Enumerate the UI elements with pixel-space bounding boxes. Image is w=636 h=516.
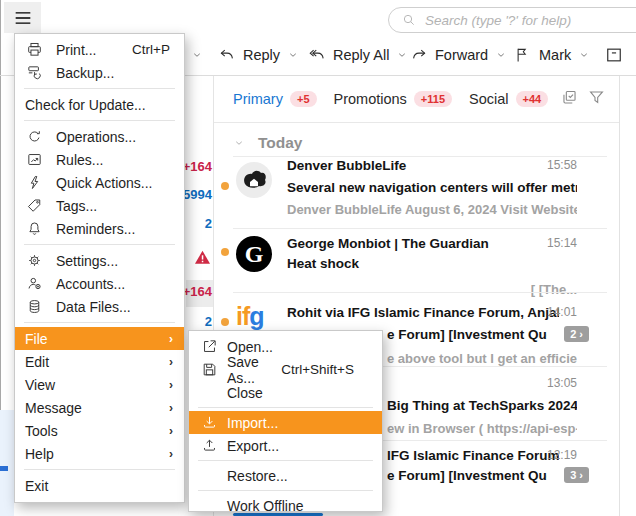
group-header-today[interactable]: Today <box>233 134 303 152</box>
mark-button[interactable]: Mark <box>514 36 590 74</box>
email-time: 15:14 <box>547 236 577 250</box>
menu-separator <box>24 120 175 121</box>
tab-promotions[interactable]: Promotions+115 <box>334 91 453 107</box>
menu-item-restore[interactable]: Restore... <box>189 464 382 487</box>
menu-item-quick-actions[interactable]: Quick Actions... <box>15 171 184 194</box>
chevron-right-icon: › <box>169 332 184 346</box>
menu-item-label: Work Offline <box>227 498 304 514</box>
menu-item-tags[interactable]: Tags... <box>15 194 184 217</box>
toolbar-button-label: Reply All <box>333 47 389 63</box>
user-icon <box>25 275 43 292</box>
chevron-down-icon <box>578 49 590 61</box>
menu-item-backup[interactable]: Backup... <box>15 61 184 84</box>
menu-item-label: Open... <box>227 339 273 355</box>
sender-avatar <box>236 162 272 198</box>
tab-unread-badge: +44 <box>516 91 549 107</box>
menu-item-label: Data Files... <box>56 299 131 315</box>
forward-button[interactable]: Forward <box>410 36 507 74</box>
hamburger-menu-button[interactable] <box>4 2 41 33</box>
menu-item-accounts[interactable]: Accounts... <box>15 272 184 295</box>
menu-item-help[interactable]: Help› <box>15 442 184 465</box>
reply-button[interactable]: Reply <box>218 36 299 74</box>
select-all-icon[interactable] <box>560 88 579 107</box>
divider <box>233 156 607 157</box>
search-icon <box>401 12 417 28</box>
menu-item-file[interactable]: File› <box>15 327 184 350</box>
folder-selection-remnant <box>0 410 14 516</box>
tab-unread-badge: +115 <box>414 91 452 107</box>
divider <box>233 292 607 293</box>
sync-icon <box>25 128 43 145</box>
menu-item-work-offline[interactable]: Work Offline <box>189 494 382 516</box>
menu-item-save-as[interactable]: Save As...Ctrl+Shift+S <box>189 358 382 381</box>
email-list-item[interactable]: Denver BubbleLife15:58Several new naviga… <box>214 158 619 228</box>
thread-count-badge: 3 › <box>564 467 589 483</box>
hidden-button-chevron[interactable] <box>191 36 203 74</box>
printer-icon <box>25 41 43 58</box>
app-menu: Print...Ctrl+PBackup...Check for Update.… <box>14 33 185 503</box>
menu-item-view[interactable]: View› <box>15 373 184 396</box>
file-submenu: Open...Save As...Ctrl+Shift+SCloseImport… <box>188 330 383 512</box>
reply-all-icon <box>308 46 326 64</box>
divider <box>233 228 607 229</box>
menu-item-check-for-update[interactable]: Check for Update... <box>15 93 184 116</box>
menu-item-label: Help <box>25 446 54 462</box>
reply-all-button[interactable]: Reply All <box>308 36 408 74</box>
email-preview: Denver BubbleLife August 6, 2024 Visit W… <box>287 202 577 217</box>
filter-icon[interactable] <box>587 88 606 107</box>
menu-item-label: Close <box>227 385 263 401</box>
menu-item-open[interactable]: Open... <box>189 335 382 358</box>
group-label: Today <box>258 134 303 152</box>
tab-unread-badge: +5 <box>290 91 317 107</box>
menu-item-edit[interactable]: Edit› <box>15 350 184 373</box>
sender-avatar: G <box>236 236 272 272</box>
archive-button[interactable] <box>604 36 624 74</box>
search-input[interactable]: Search (type '?' for help) <box>388 7 636 33</box>
toolbar-button-label: Mark <box>539 47 571 63</box>
save-icon <box>201 361 218 378</box>
unread-dot <box>221 318 229 326</box>
menu-item-message[interactable]: Message› <box>15 396 184 419</box>
chevron-down-icon <box>396 49 408 61</box>
menu-item-rules[interactable]: Rules... <box>15 148 184 171</box>
menu-item-tools[interactable]: Tools› <box>15 419 184 442</box>
bell-icon <box>25 220 43 237</box>
chevron-right-icon: › <box>169 378 184 392</box>
thread-count-badge: 2 › <box>564 326 589 342</box>
menu-item-data-files[interactable]: Data Files... <box>15 295 184 318</box>
menu-item-reminders[interactable]: Reminders... <box>15 217 184 240</box>
import-icon <box>201 414 218 431</box>
email-subject: Big Thing at TechSparks 2024! <box>387 398 577 413</box>
menu-item-label: Tags... <box>56 198 97 214</box>
menu-item-print[interactable]: Print...Ctrl+P <box>15 38 184 61</box>
menu-item-label: Tools <box>25 423 58 439</box>
email-subject: Heat shock <box>287 256 577 271</box>
menu-separator <box>24 88 175 89</box>
email-time: 12:19 <box>547 448 577 462</box>
menu-item-operations[interactable]: Operations... <box>15 125 184 148</box>
email-sender: Rohit via IFG Islamic Finance Forum, Anj… <box>287 305 559 320</box>
archive-icon <box>604 45 624 65</box>
email-sender: George Monbiot | The Guardian <box>287 236 559 251</box>
chevron-down-icon <box>233 137 245 149</box>
app-window: Search (type '?' for help) ReplyReply Al… <box>0 0 636 516</box>
email-time: 14:01 <box>547 305 577 319</box>
tag-icon <box>25 197 43 214</box>
flag-icon <box>514 46 532 64</box>
chevron-right-icon: › <box>169 355 184 369</box>
email-list-item[interactable]: GGeorge Monbiot | The Guardian15:14Heat … <box>214 230 619 294</box>
email-time: 13:05 <box>547 376 577 390</box>
menu-item-label: Restore... <box>227 468 288 484</box>
menu-item-export[interactable]: Export... <box>189 434 382 457</box>
menu-item-close[interactable]: Close <box>189 381 382 404</box>
inbox-tabs: Primary+5Promotions+115Social+44 <box>214 76 619 123</box>
export-icon <box>201 437 218 454</box>
tab-social[interactable]: Social+44 <box>469 91 548 107</box>
menu-item-settings[interactable]: Settings... <box>15 249 184 272</box>
menu-item-import[interactable]: Import... <box>189 411 382 434</box>
email-sender: Denver BubbleLife <box>287 158 559 173</box>
tab-primary[interactable]: Primary+5 <box>233 91 317 107</box>
menu-item-exit[interactable]: Exit <box>15 474 184 497</box>
gear-icon <box>25 252 43 269</box>
menu-separator <box>198 490 373 491</box>
